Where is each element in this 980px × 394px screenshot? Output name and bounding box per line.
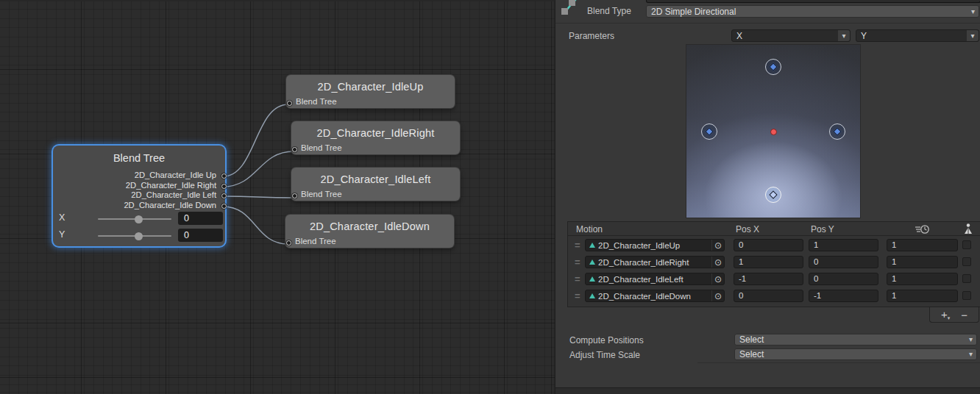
motion-object-field[interactable]: 2D_Character_IdleDown ⊙ [585,290,725,302]
node-title: 2D_Character_IdleDown [285,215,454,232]
output-pin [221,204,227,209]
mirror-icon [963,223,973,234]
pos-y-field[interactable]: 1 [809,239,878,251]
compute-positions-dropdown[interactable]: Select ▾ [734,334,977,345]
diamond-icon [833,127,841,135]
pos-y-field[interactable]: 0 [809,273,878,285]
diamond-icon [705,127,713,135]
input-pin [292,147,297,152]
node-title: 2D_Character_IdleRight [291,121,460,139]
animation-clip-icon [589,243,595,248]
motion-object-field[interactable]: 2D_Character_IdleRight ⊙ [585,256,725,268]
pos-x-field[interactable]: 1 [734,256,803,268]
param-x-label: X [59,212,65,223]
mirror-checkbox[interactable] [962,274,971,283]
node-subtitle: Blend Tree [296,97,337,106]
drag-handle[interactable]: = [575,240,580,251]
child-label: 2D_Character_Idle Up [124,171,216,181]
pos-y-field[interactable]: -1 [809,290,878,302]
pos-y-field[interactable]: 0 [809,256,878,268]
motion-row: = 2D_Character_IdleUp ⊙ 0 1 1 [568,239,980,256]
chevron-down-icon: ▾ [970,32,974,40]
remove-motion-button[interactable]: − [961,309,967,320]
pos-y-column-header: Pos Y [811,224,834,234]
param-y-label: Y [59,229,65,240]
input-pin [287,101,292,106]
motion-list: Motion Pos X Pos Y = 2D_Character [567,221,980,307]
motion-row: = 2D_Character_IdleDown ⊙ 0 -1 1 [568,290,980,307]
child-label: 2D_Character_Idle Right [124,181,216,191]
node-subtitle: Blend Tree [301,143,342,152]
object-picker-icon[interactable]: ⊙ [711,290,724,301]
parameter-y-dropdown[interactable]: Y ▾ [856,29,979,42]
motion-object-field[interactable]: 2D_Character_IdleUp ⊙ [585,239,725,251]
motion-row: = 2D_Character_IdleLeft ⊙ -1 0 1 [568,273,980,290]
inspector-panel: Blend Type 2D Simple Directional ▾ Param… [555,0,980,394]
motion-node-idleup[interactable]: 2D_Character_IdleUp Blend Tree [286,75,455,108]
animation-clip-icon [589,293,595,298]
adjust-time-scale-dropdown[interactable]: Select ▾ [734,348,977,360]
input-pin [292,193,297,198]
output-pin [221,193,227,198]
parameter-x-dropdown[interactable]: X ▾ [731,29,851,42]
object-picker-icon[interactable]: ⊙ [711,240,724,251]
blend-marker-idledown-selected[interactable] [765,187,781,203]
diamond-icon [769,190,777,198]
chevron-down-icon: ▾ [948,315,951,320]
motion-list-header: Motion Pos X Pos Y [568,222,980,236]
chevron-down-icon: ▾ [842,32,845,40]
motion-node-idledown[interactable]: 2D_Character_IdleDown Blend Tree [285,215,454,248]
speed-icon [915,224,929,234]
node-subtitle: Blend Tree [301,190,342,198]
pos-x-field[interactable]: -1 [734,273,803,285]
speed-field[interactable]: 1 [887,239,958,251]
mirror-checkbox[interactable] [962,291,971,300]
blend-type-dropdown[interactable]: 2D Simple Directional ▾ [646,5,979,18]
param-x-value[interactable]: 0 [178,212,223,225]
blend-space-preview[interactable] [686,45,860,218]
blend-marker-idleleft[interactable] [701,123,717,140]
motion-column-header: Motion [576,224,603,234]
blend-tree-root-node[interactable]: Blend Tree 2D_Character_Idle Up 2D_Chara… [53,146,225,246]
blend-marker-idleright[interactable] [829,123,845,140]
output-pin [221,173,227,179]
drag-handle[interactable]: = [575,273,580,284]
mirror-checkbox[interactable] [962,257,971,266]
motion-list-footer: +▾ − [929,307,979,323]
speed-field[interactable]: 1 [887,256,958,268]
child-label: 2D_Character_Idle Down [124,201,216,211]
input-pin [286,240,291,246]
diamond-icon [769,62,777,71]
motion-object-field[interactable]: 2D_Character_IdleLeft ⊙ [585,273,725,285]
speed-field[interactable]: 1 [887,273,958,285]
blend-marker-idleup[interactable] [765,59,781,75]
pos-x-field[interactable]: 0 [734,239,803,251]
animation-clip-icon [589,276,595,282]
node-title: 2D_Character_IdleLeft [291,168,460,185]
pos-x-field[interactable]: 0 [734,290,803,302]
param-x-slider-thumb[interactable] [135,215,143,223]
output-pin [221,184,227,189]
blend-tree-graph-canvas[interactable]: Blend Tree 2D_Character_Idle Up 2D_Chara… [0,0,555,394]
param-y-value[interactable]: 0 [178,229,223,242]
adjust-time-scale-label: Adjust Time Scale [569,350,640,360]
drag-handle[interactable]: = [575,290,580,301]
section-divider [697,362,980,363]
motion-node-idleright[interactable]: 2D_Character_IdleRight Blend Tree [291,121,460,154]
child-output-labels: 2D_Character_Idle Up 2D_Character_Idle R… [124,171,216,210]
mirror-checkbox[interactable] [962,240,971,249]
object-picker-icon[interactable]: ⊙ [711,273,724,284]
add-motion-button[interactable]: +▾ [941,308,950,321]
node-subtitle: Blend Tree [295,237,336,246]
speed-field[interactable]: 1 [887,290,958,302]
section-divider [555,23,980,24]
blend-tree-icon [557,0,585,21]
animation-clip-icon [589,259,595,265]
object-picker-icon[interactable]: ⊙ [711,257,724,268]
param-y-slider-thumb[interactable] [135,232,143,240]
pos-x-column-header: Pos X [736,224,759,234]
preview-position-dot[interactable] [770,129,777,135]
motion-node-idleleft[interactable]: 2D_Character_IdleLeft Blend Tree [291,168,460,201]
parameters-label: Parameters [569,31,614,41]
drag-handle[interactable]: = [575,257,580,268]
